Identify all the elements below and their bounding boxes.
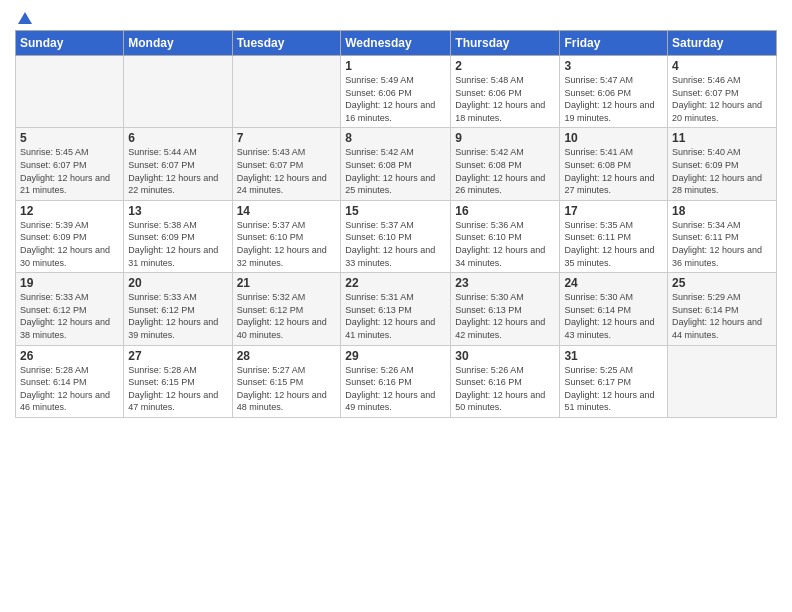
calendar-week-row: 5 Sunrise: 5:45 AM Sunset: 6:07 PM Dayli…: [16, 128, 777, 200]
calendar-cell: 25 Sunrise: 5:29 AM Sunset: 6:14 PM Dayl…: [668, 273, 777, 345]
calendar-cell: 30 Sunrise: 5:26 AM Sunset: 6:16 PM Dayl…: [451, 345, 560, 417]
weekday-header: Sunday: [16, 31, 124, 56]
day-number: 17: [564, 204, 663, 218]
day-info: Sunrise: 5:36 AM Sunset: 6:10 PM Dayligh…: [455, 219, 555, 269]
day-number: 9: [455, 131, 555, 145]
day-number: 7: [237, 131, 337, 145]
calendar-cell: 18 Sunrise: 5:34 AM Sunset: 6:11 PM Dayl…: [668, 200, 777, 272]
day-number: 20: [128, 276, 227, 290]
day-number: 24: [564, 276, 663, 290]
day-number: 22: [345, 276, 446, 290]
calendar-cell: 3 Sunrise: 5:47 AM Sunset: 6:06 PM Dayli…: [560, 56, 668, 128]
calendar-cell: 13 Sunrise: 5:38 AM Sunset: 6:09 PM Dayl…: [124, 200, 232, 272]
day-info: Sunrise: 5:32 AM Sunset: 6:12 PM Dayligh…: [237, 291, 337, 341]
day-number: 14: [237, 204, 337, 218]
calendar-header-row: SundayMondayTuesdayWednesdayThursdayFrid…: [16, 31, 777, 56]
calendar-cell: 20 Sunrise: 5:33 AM Sunset: 6:12 PM Dayl…: [124, 273, 232, 345]
calendar-cell: 8 Sunrise: 5:42 AM Sunset: 6:08 PM Dayli…: [341, 128, 451, 200]
day-number: 21: [237, 276, 337, 290]
day-number: 6: [128, 131, 227, 145]
header: [15, 10, 777, 26]
calendar-cell: 7 Sunrise: 5:43 AM Sunset: 6:07 PM Dayli…: [232, 128, 341, 200]
day-info: Sunrise: 5:41 AM Sunset: 6:08 PM Dayligh…: [564, 146, 663, 196]
day-number: 28: [237, 349, 337, 363]
logo-icon: [16, 10, 34, 28]
day-info: Sunrise: 5:46 AM Sunset: 6:07 PM Dayligh…: [672, 74, 772, 124]
calendar-week-row: 12 Sunrise: 5:39 AM Sunset: 6:09 PM Dayl…: [16, 200, 777, 272]
calendar-cell: 22 Sunrise: 5:31 AM Sunset: 6:13 PM Dayl…: [341, 273, 451, 345]
calendar-week-row: 19 Sunrise: 5:33 AM Sunset: 6:12 PM Dayl…: [16, 273, 777, 345]
day-number: 4: [672, 59, 772, 73]
calendar-cell: 29 Sunrise: 5:26 AM Sunset: 6:16 PM Dayl…: [341, 345, 451, 417]
weekday-header: Thursday: [451, 31, 560, 56]
day-info: Sunrise: 5:30 AM Sunset: 6:14 PM Dayligh…: [564, 291, 663, 341]
day-info: Sunrise: 5:35 AM Sunset: 6:11 PM Dayligh…: [564, 219, 663, 269]
day-number: 5: [20, 131, 119, 145]
day-number: 8: [345, 131, 446, 145]
day-info: Sunrise: 5:28 AM Sunset: 6:14 PM Dayligh…: [20, 364, 119, 414]
calendar-cell: 28 Sunrise: 5:27 AM Sunset: 6:15 PM Dayl…: [232, 345, 341, 417]
day-info: Sunrise: 5:30 AM Sunset: 6:13 PM Dayligh…: [455, 291, 555, 341]
calendar-week-row: 1 Sunrise: 5:49 AM Sunset: 6:06 PM Dayli…: [16, 56, 777, 128]
weekday-header: Friday: [560, 31, 668, 56]
calendar-cell: 2 Sunrise: 5:48 AM Sunset: 6:06 PM Dayli…: [451, 56, 560, 128]
day-number: 11: [672, 131, 772, 145]
day-info: Sunrise: 5:39 AM Sunset: 6:09 PM Dayligh…: [20, 219, 119, 269]
calendar-cell: 31 Sunrise: 5:25 AM Sunset: 6:17 PM Dayl…: [560, 345, 668, 417]
calendar-week-row: 26 Sunrise: 5:28 AM Sunset: 6:14 PM Dayl…: [16, 345, 777, 417]
day-info: Sunrise: 5:42 AM Sunset: 6:08 PM Dayligh…: [345, 146, 446, 196]
day-number: 31: [564, 349, 663, 363]
weekday-header: Wednesday: [341, 31, 451, 56]
calendar-cell: 1 Sunrise: 5:49 AM Sunset: 6:06 PM Dayli…: [341, 56, 451, 128]
calendar-cell: 4 Sunrise: 5:46 AM Sunset: 6:07 PM Dayli…: [668, 56, 777, 128]
day-number: 13: [128, 204, 227, 218]
day-info: Sunrise: 5:25 AM Sunset: 6:17 PM Dayligh…: [564, 364, 663, 414]
weekday-header: Tuesday: [232, 31, 341, 56]
day-number: 30: [455, 349, 555, 363]
calendar-cell: 10 Sunrise: 5:41 AM Sunset: 6:08 PM Dayl…: [560, 128, 668, 200]
day-info: Sunrise: 5:45 AM Sunset: 6:07 PM Dayligh…: [20, 146, 119, 196]
day-number: 25: [672, 276, 772, 290]
calendar-cell: 24 Sunrise: 5:30 AM Sunset: 6:14 PM Dayl…: [560, 273, 668, 345]
calendar-cell: 14 Sunrise: 5:37 AM Sunset: 6:10 PM Dayl…: [232, 200, 341, 272]
calendar-cell: 9 Sunrise: 5:42 AM Sunset: 6:08 PM Dayli…: [451, 128, 560, 200]
calendar-cell: 15 Sunrise: 5:37 AM Sunset: 6:10 PM Dayl…: [341, 200, 451, 272]
calendar-cell: 26 Sunrise: 5:28 AM Sunset: 6:14 PM Dayl…: [16, 345, 124, 417]
day-info: Sunrise: 5:33 AM Sunset: 6:12 PM Dayligh…: [20, 291, 119, 341]
day-info: Sunrise: 5:26 AM Sunset: 6:16 PM Dayligh…: [345, 364, 446, 414]
calendar-cell: [16, 56, 124, 128]
day-info: Sunrise: 5:44 AM Sunset: 6:07 PM Dayligh…: [128, 146, 227, 196]
day-info: Sunrise: 5:31 AM Sunset: 6:13 PM Dayligh…: [345, 291, 446, 341]
calendar-cell: 16 Sunrise: 5:36 AM Sunset: 6:10 PM Dayl…: [451, 200, 560, 272]
day-info: Sunrise: 5:42 AM Sunset: 6:08 PM Dayligh…: [455, 146, 555, 196]
day-number: 18: [672, 204, 772, 218]
day-number: 26: [20, 349, 119, 363]
day-number: 1: [345, 59, 446, 73]
calendar-cell: 6 Sunrise: 5:44 AM Sunset: 6:07 PM Dayli…: [124, 128, 232, 200]
day-number: 27: [128, 349, 227, 363]
day-info: Sunrise: 5:43 AM Sunset: 6:07 PM Dayligh…: [237, 146, 337, 196]
calendar-cell: 27 Sunrise: 5:28 AM Sunset: 6:15 PM Dayl…: [124, 345, 232, 417]
calendar-cell: [124, 56, 232, 128]
weekday-header: Saturday: [668, 31, 777, 56]
day-number: 19: [20, 276, 119, 290]
day-info: Sunrise: 5:37 AM Sunset: 6:10 PM Dayligh…: [345, 219, 446, 269]
calendar-cell: 19 Sunrise: 5:33 AM Sunset: 6:12 PM Dayl…: [16, 273, 124, 345]
day-info: Sunrise: 5:33 AM Sunset: 6:12 PM Dayligh…: [128, 291, 227, 341]
day-number: 16: [455, 204, 555, 218]
calendar-cell: [232, 56, 341, 128]
calendar-cell: 11 Sunrise: 5:40 AM Sunset: 6:09 PM Dayl…: [668, 128, 777, 200]
calendar-table: SundayMondayTuesdayWednesdayThursdayFrid…: [15, 30, 777, 418]
calendar-cell: 5 Sunrise: 5:45 AM Sunset: 6:07 PM Dayli…: [16, 128, 124, 200]
weekday-header: Monday: [124, 31, 232, 56]
svg-marker-0: [18, 12, 32, 24]
day-info: Sunrise: 5:28 AM Sunset: 6:15 PM Dayligh…: [128, 364, 227, 414]
day-number: 2: [455, 59, 555, 73]
day-info: Sunrise: 5:37 AM Sunset: 6:10 PM Dayligh…: [237, 219, 337, 269]
day-number: 3: [564, 59, 663, 73]
day-info: Sunrise: 5:40 AM Sunset: 6:09 PM Dayligh…: [672, 146, 772, 196]
day-number: 15: [345, 204, 446, 218]
day-info: Sunrise: 5:47 AM Sunset: 6:06 PM Dayligh…: [564, 74, 663, 124]
calendar-cell: 12 Sunrise: 5:39 AM Sunset: 6:09 PM Dayl…: [16, 200, 124, 272]
logo: [15, 10, 35, 26]
